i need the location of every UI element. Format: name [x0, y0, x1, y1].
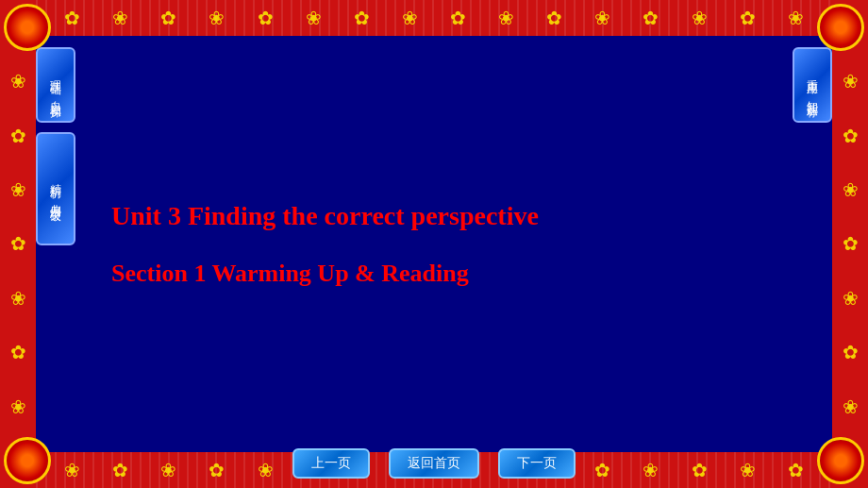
- unit-title: Unit 3 Finding the correct perspective: [111, 201, 757, 231]
- flower-decoration: ❀: [112, 7, 128, 29]
- flower-decoration: ✿: [843, 232, 859, 255]
- flower-border-left: ✿ ❀ ✿ ❀ ✿ ❀ ✿ ❀ ✿: [0, 0, 36, 488]
- corner-bottom-left: [4, 437, 51, 484]
- flower-decoration: ✿: [740, 7, 756, 29]
- flower-decoration: ✿: [10, 125, 26, 147]
- flower-decoration: ✿: [112, 459, 128, 481]
- flower-border-right: ✿ ❀ ✿ ❀ ✿ ❀ ✿ ❀ ✿: [832, 0, 868, 488]
- flower-decoration: ✿: [788, 459, 804, 481]
- flower-decoration: ❀: [692, 7, 708, 29]
- flower-decoration: ❀: [594, 7, 610, 29]
- flower-decoration: ❀: [498, 7, 514, 29]
- flower-decoration: ❀: [10, 178, 26, 201]
- prev-button[interactable]: 上一页: [292, 448, 370, 479]
- flower-decoration: ❀: [788, 7, 804, 29]
- flower-decoration: ❀: [843, 70, 859, 93]
- flower-decoration: ❀: [10, 287, 26, 310]
- flower-decoration: ❀: [160, 459, 176, 481]
- left-sidebar: 理基础·自主初探 精剖析·典例突破: [36, 47, 75, 245]
- bottom-navigation: 上一页 返回首页 下一页: [292, 448, 576, 479]
- border-right: ✿ ❀ ✿ ❀ ✿ ❀ ✿ ❀ ✿: [832, 0, 868, 488]
- tab-left-analysis[interactable]: 精剖析·典例突破: [36, 132, 75, 245]
- flower-decoration: ✿: [450, 7, 466, 29]
- tab-left-basics[interactable]: 理基础·自主初探: [36, 47, 75, 123]
- corner-top-right: [817, 4, 864, 51]
- flower-decoration: ✿: [643, 7, 659, 29]
- corner-bottom-right: [817, 437, 864, 484]
- flower-decoration: ❀: [643, 459, 659, 481]
- flower-decoration: ✿: [10, 341, 26, 363]
- flower-decoration: ✿: [843, 125, 859, 147]
- flower-decoration: ❀: [843, 395, 859, 418]
- flower-decoration: ✿: [546, 7, 562, 29]
- flower-decoration: ❀: [843, 178, 859, 201]
- flower-border-top: ✿ ✿ ❀ ✿ ❀ ✿ ❀ ✿ ❀ ✿ ❀ ✿ ❀ ✿ ❀ ✿ ❀ ✿: [0, 0, 868, 36]
- flower-decoration: ❀: [10, 70, 26, 93]
- flower-decoration: ❀: [258, 459, 274, 481]
- flower-decoration: ✿: [692, 459, 708, 481]
- flower-decoration: ❀: [740, 459, 756, 481]
- flower-decoration: ❀: [843, 287, 859, 310]
- flower-decoration: ❀: [209, 7, 225, 29]
- flower-decoration: ❀: [402, 7, 418, 29]
- flower-decoration: ✿: [160, 7, 176, 29]
- section-title: Section 1 Warming Up & Reading: [111, 260, 757, 288]
- main-content: Unit 3 Finding the correct perspective S…: [36, 36, 832, 452]
- flower-decoration: ❀: [306, 7, 322, 29]
- tab-right-application[interactable]: 重应用·知能达标: [793, 47, 832, 123]
- flower-decoration: ✿: [64, 7, 80, 29]
- flower-decoration: ❀: [64, 459, 80, 481]
- page-wrapper: ✿ ✿ ❀ ✿ ❀ ✿ ❀ ✿ ❀ ✿ ❀ ✿ ❀ ✿ ❀ ✿ ❀ ✿ ✿ ❀ …: [0, 0, 868, 488]
- corner-top-left: [4, 4, 51, 51]
- flower-decoration: ✿: [354, 7, 370, 29]
- flower-decoration: ✿: [10, 232, 26, 255]
- flower-decoration: ✿: [594, 459, 610, 481]
- border-left: ✿ ❀ ✿ ❀ ✿ ❀ ✿ ❀ ✿: [0, 0, 36, 488]
- flower-decoration: ✿: [843, 341, 859, 363]
- next-button[interactable]: 下一页: [498, 448, 576, 479]
- center-text-area: Unit 3 Finding the correct perspective S…: [36, 163, 832, 326]
- home-button[interactable]: 返回首页: [389, 448, 479, 479]
- right-sidebar: 重应用·知能达标: [793, 47, 832, 123]
- flower-decoration: ✿: [258, 7, 274, 29]
- border-top: ✿ ✿ ❀ ✿ ❀ ✿ ❀ ✿ ❀ ✿ ❀ ✿ ❀ ✿ ❀ ✿ ❀ ✿: [0, 0, 868, 36]
- flower-decoration: ❀: [10, 395, 26, 418]
- flower-decoration: ✿: [209, 459, 225, 481]
